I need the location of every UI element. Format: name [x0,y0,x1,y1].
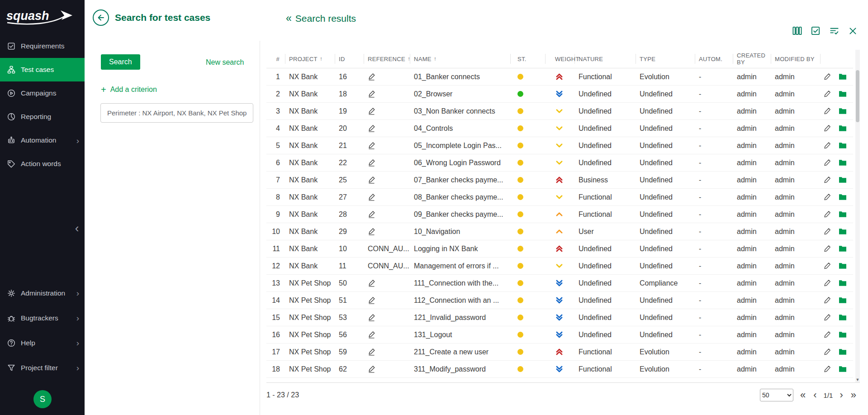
edit-reference-icon[interactable] [368,365,375,373]
folder-icon[interactable] [839,314,847,321]
edit-row-icon[interactable] [823,176,831,184]
collapse-results-icon[interactable]: « [286,12,292,24]
folder-icon[interactable] [839,228,847,235]
edit-row-icon[interactable] [823,245,831,253]
edit-row-icon[interactable] [823,73,831,81]
sidebar-item-automation[interactable]: Automation › [0,129,85,152]
folder-icon[interactable] [839,194,847,200]
col-header-reference[interactable]: REFERENCE↑ [364,54,410,64]
edit-row-icon[interactable] [823,142,831,149]
sidebar-collapse-icon[interactable]: ‹ [71,221,83,235]
table-row[interactable]: 5NX Bank2105_Incomplete Login Pas...Unde… [266,137,853,154]
folder-icon[interactable] [839,280,847,286]
col-header-status[interactable]: ST. [511,54,545,64]
user-avatar[interactable]: S [33,390,52,408]
configure-columns-button[interactable] [792,25,803,37]
table-row[interactable]: 17NX Pet Shop59211_Create a new userFunc… [266,343,853,361]
col-header-nature[interactable]: NATURE [575,54,636,64]
table-row[interactable]: 3NX Bank1903_Non Banker connectsUndefine… [266,103,853,120]
col-header-weight[interactable]: WEIGHT [545,54,575,64]
edit-row-icon[interactable] [823,210,831,218]
folder-icon[interactable] [839,245,847,252]
col-header-num[interactable]: # [266,54,285,64]
folder-icon[interactable] [839,108,847,114]
last-page-button[interactable]: » [850,390,857,400]
col-header-id[interactable]: ID [335,54,364,64]
folder-icon[interactable] [839,366,847,372]
folder-icon[interactable] [839,125,847,132]
col-header-autom[interactable]: AUTOM. [695,54,733,64]
edit-row-icon[interactable] [823,107,831,115]
edit-reference-icon[interactable] [368,142,375,149]
sidebar-item-action-words[interactable]: Action words [0,152,85,176]
sidebar-item-requirements[interactable]: Requirements [0,34,85,58]
table-row[interactable]: 9NX Bank2809_Banker checks payme...Funct… [266,206,853,223]
col-header-type[interactable]: TYPE [636,54,695,64]
edit-reference-icon[interactable] [368,210,375,218]
sidebar-item-bugtrackers[interactable]: Bugtrackers › [0,305,85,330]
edit-reference-icon[interactable] [368,296,375,304]
edit-reference-icon[interactable] [368,193,375,201]
edit-reference-icon[interactable] [368,331,375,339]
edit-reference-icon[interactable] [368,107,375,115]
scrollbar-thumb[interactable] [856,70,859,122]
filter-results-button[interactable] [829,25,840,37]
folder-icon[interactable] [839,142,847,149]
perimeter-criterion[interactable]: Perimeter : NX Airport, NX Bank, NX Pet … [100,103,253,123]
edit-row-icon[interactable] [823,228,831,235]
edit-selection-button[interactable] [810,25,821,37]
col-header-name[interactable]: NAME↑ [410,54,511,64]
new-search-link[interactable]: New search [206,58,244,67]
edit-row-icon[interactable] [823,296,831,304]
folder-icon[interactable] [839,176,847,183]
edit-reference-icon[interactable] [368,90,375,98]
first-page-button[interactable]: « [799,390,806,400]
table-row[interactable]: 1NX Bank1601_Banker connectsFunctionalEv… [266,68,853,86]
folder-icon[interactable] [839,348,847,355]
folder-icon[interactable] [839,211,847,218]
folder-icon[interactable] [839,159,847,166]
edit-reference-icon[interactable] [368,176,375,184]
prev-page-button[interactable]: ‹ [812,390,817,400]
table-row[interactable]: 6NX Bank2206_Wrong Login PasswordUndefin… [266,154,853,172]
edit-row-icon[interactable] [823,314,831,321]
scroll-down-icon[interactable]: ▼ [855,377,860,382]
sidebar-item-campaigns[interactable]: Campaigns [0,81,85,105]
edit-reference-icon[interactable] [368,124,375,132]
edit-row-icon[interactable] [823,331,831,339]
folder-icon[interactable] [839,331,847,338]
vertical-scrollbar[interactable]: ▼ [855,50,860,382]
col-header-modified-by[interactable]: MODIFIED BY [771,54,821,64]
edit-reference-icon[interactable] [368,314,375,321]
folder-icon[interactable] [839,262,847,269]
add-criterion-link[interactable]: + Add a criterion [101,85,157,94]
table-row[interactable]: 2NX Bank1802_BrowserUndefinedUndefined-a… [266,86,853,103]
edit-reference-icon[interactable] [368,348,375,356]
table-row[interactable]: 10NX Bank2910_NavigationUserUndefined-ad… [266,223,853,240]
edit-reference-icon[interactable] [368,228,375,235]
table-row[interactable]: 16NX Pet Shop56131_LogoutUndefinedUndefi… [266,326,853,343]
sidebar-item-administration[interactable]: Administration › [0,281,85,305]
table-row[interactable]: 13NX Pet Shop50111_Connection with the..… [266,275,853,292]
search-button[interactable]: Search [101,54,140,70]
table-row[interactable]: 15NX Pet Shop53121_Invalid_passwordUndef… [266,309,853,326]
edit-row-icon[interactable] [823,90,831,98]
edit-row-icon[interactable] [823,262,831,270]
folder-icon[interactable] [839,91,847,97]
table-row[interactable]: 7NX Bank2507_Banker checks payme...Busin… [266,172,853,189]
edit-reference-icon[interactable] [368,73,375,81]
edit-row-icon[interactable] [823,365,831,373]
table-row[interactable]: 18NX Pet Shop62311_Modify_passwordFuncti… [266,361,853,378]
table-row[interactable]: 4NX Bank2004_ControlsUndefinedUndefined-… [266,120,853,137]
edit-row-icon[interactable] [823,159,831,167]
sidebar-item-reporting[interactable]: Reporting [0,105,85,129]
table-row[interactable]: 8NX Bank2708_Banker checks payme...Funct… [266,189,853,206]
folder-icon[interactable] [839,73,847,80]
edit-row-icon[interactable] [823,348,831,356]
close-search-button[interactable] [847,25,859,37]
next-page-button[interactable]: › [839,390,844,400]
squash-logo[interactable]: squash [0,0,85,33]
back-button[interactable] [93,10,109,26]
folder-icon[interactable] [839,297,847,304]
page-size-select[interactable]: 50 [760,389,793,401]
